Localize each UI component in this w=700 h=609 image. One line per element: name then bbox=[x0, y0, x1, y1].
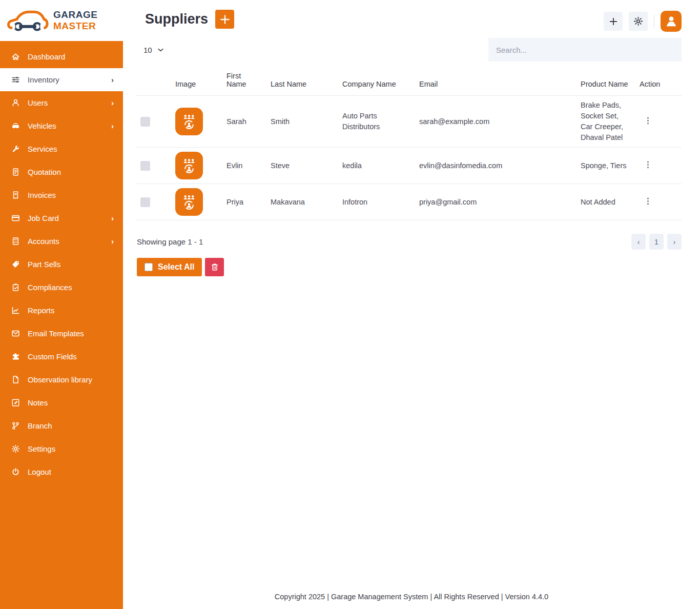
cell-email: evlin@dasinfomedia.com bbox=[415, 148, 577, 184]
sidebar-item-accounts[interactable]: Accounts› bbox=[0, 230, 123, 253]
car-wrench-logo-icon bbox=[6, 7, 49, 34]
sidebar-item-logout[interactable]: Logout bbox=[0, 460, 123, 483]
sidebar-item-custom-fields[interactable]: Custom Fields bbox=[0, 345, 123, 368]
table-footer: Showing page 1 - 1 ‹ 1 › bbox=[137, 234, 682, 250]
cell-first-name: Priya bbox=[222, 184, 266, 220]
suppliers-group-icon bbox=[180, 156, 198, 175]
sidebar-item-invoices[interactable]: Invoices bbox=[0, 184, 123, 207]
sidebar-item-label: Job Card bbox=[28, 214, 111, 222]
power-icon bbox=[11, 468, 20, 476]
brand-name-bottom: MASTER bbox=[53, 21, 97, 32]
plus-icon bbox=[609, 17, 618, 26]
puzzle-icon bbox=[11, 352, 20, 361]
quotation-document-icon bbox=[11, 168, 20, 176]
sidebar-item-compliances[interactable]: Compliances bbox=[0, 276, 123, 299]
row-actions-button[interactable] bbox=[640, 195, 656, 209]
sidebar-item-label: Accounts bbox=[28, 237, 111, 246]
sidebar-item-label: Notes bbox=[28, 398, 114, 407]
sliders-icon bbox=[11, 75, 20, 84]
cell-company-name: Infotron bbox=[338, 184, 415, 220]
row-checkbox[interactable] bbox=[140, 161, 150, 171]
chevron-right-icon: › bbox=[111, 75, 114, 84]
sidebar-item-dashboard[interactable]: Dashboard bbox=[0, 45, 123, 68]
trash-icon bbox=[210, 262, 219, 272]
sidebar-item-label: Compliances bbox=[28, 283, 114, 292]
add-supplier-button[interactable] bbox=[215, 10, 234, 29]
select-column-header bbox=[136, 66, 171, 96]
brand-name: GARAGE MASTER bbox=[53, 9, 97, 32]
page-title: Suppliers bbox=[145, 11, 208, 27]
column-header-action: Action bbox=[635, 66, 682, 96]
settings-button[interactable] bbox=[629, 12, 648, 31]
cell-last-name: Steve bbox=[266, 148, 338, 184]
page-size-select[interactable]: 10 bbox=[143, 46, 164, 54]
table-row: Evlin Steve kedila evlin@dasinfomedia.co… bbox=[136, 148, 682, 184]
sidebar-item-quotation[interactable]: Quotation bbox=[0, 160, 123, 184]
sidebar-item-users[interactable]: Users› bbox=[0, 91, 123, 114]
pagination-next-button[interactable]: › bbox=[667, 234, 682, 250]
select-all-checkbox[interactable] bbox=[145, 263, 153, 271]
pagination-page-1-button[interactable]: 1 bbox=[649, 234, 664, 250]
tag-icon bbox=[11, 260, 20, 269]
sidebar-item-settings[interactable]: Settings bbox=[0, 437, 123, 460]
page-size-value: 10 bbox=[143, 46, 152, 54]
sidebar-item-reports[interactable]: Reports bbox=[0, 299, 123, 322]
chart-line-icon bbox=[11, 306, 20, 315]
table-row: Priya Makavana Infotron priya@gmail.com … bbox=[136, 184, 682, 220]
row-actions-button[interactable] bbox=[640, 158, 656, 173]
pagination-prev-button[interactable]: ‹ bbox=[631, 234, 646, 250]
table-header-row: Image First Name Last Name Company Name … bbox=[136, 66, 682, 96]
sidebar-item-services[interactable]: Services bbox=[0, 137, 123, 160]
brand-name-top: GARAGE bbox=[53, 9, 97, 21]
sidebar-item-vehicles[interactable]: Vehicles› bbox=[0, 114, 123, 137]
select-all-button[interactable]: Select All bbox=[137, 258, 202, 276]
topbar-divider bbox=[654, 15, 654, 28]
suppliers-table-wrap: Image First Name Last Name Company Name … bbox=[136, 66, 682, 220]
branch-icon bbox=[11, 421, 20, 430]
sidebar-item-label: Settings bbox=[28, 444, 114, 453]
row-checkbox[interactable] bbox=[140, 117, 150, 127]
column-header-last-name: Last Name bbox=[266, 66, 338, 96]
card-icon bbox=[11, 214, 20, 222]
suppliers-group-icon bbox=[180, 193, 198, 211]
cell-first-name: Sarah bbox=[222, 96, 266, 148]
bulk-actions: Select All bbox=[137, 258, 682, 276]
column-header-email: Email bbox=[415, 66, 577, 96]
pen-square-icon bbox=[11, 398, 20, 407]
cell-company-name: Auto Parts Distributors bbox=[338, 96, 415, 148]
envelope-icon bbox=[11, 329, 20, 338]
profile-button[interactable] bbox=[661, 11, 682, 32]
vertical-dots-icon bbox=[644, 160, 652, 169]
calculator-icon bbox=[11, 237, 20, 246]
sidebar-item-email-templates[interactable]: Email Templates bbox=[0, 322, 123, 345]
quick-add-button[interactable] bbox=[604, 12, 623, 31]
cell-first-name: Evlin bbox=[222, 148, 266, 184]
sidebar-item-label: Part Sells bbox=[28, 260, 114, 269]
cell-email: sarah@example.com bbox=[415, 96, 577, 148]
sidebar-item-label: Email Templates bbox=[28, 329, 114, 338]
sidebar-item-notes[interactable]: Notes bbox=[0, 391, 123, 414]
sidebar-item-observation-library[interactable]: Observation library bbox=[0, 368, 123, 391]
sidebar-item-inventory[interactable]: Inventory› bbox=[0, 68, 123, 91]
sidebar-item-job-card[interactable]: Job Card› bbox=[0, 207, 123, 230]
sidebar-item-part-sells[interactable]: Part Sells bbox=[0, 253, 123, 276]
row-checkbox[interactable] bbox=[140, 197, 150, 207]
chevron-right-icon: › bbox=[111, 237, 114, 246]
sidebar-item-label: Users bbox=[28, 98, 111, 107]
plus-icon bbox=[219, 14, 231, 25]
brand-logo[interactable]: GARAGE MASTER bbox=[0, 0, 123, 41]
sidebar-item-label: Vehicles bbox=[28, 121, 111, 130]
delete-selected-button[interactable] bbox=[205, 258, 224, 276]
pagination: ‹ 1 › bbox=[631, 234, 682, 250]
cell-product-name: Brake Pads, Socket Set, Car Creeper, Dha… bbox=[577, 96, 635, 148]
chevron-right-icon: › bbox=[111, 121, 114, 130]
search-input[interactable] bbox=[488, 38, 682, 62]
home-icon bbox=[11, 52, 20, 61]
row-actions-button[interactable] bbox=[640, 114, 656, 129]
sidebar-item-branch[interactable]: Branch bbox=[0, 414, 123, 437]
supplier-avatar bbox=[175, 108, 203, 135]
cell-company-name: kedila bbox=[338, 148, 415, 184]
page-header: Suppliers bbox=[123, 0, 700, 32]
person-avatar-icon bbox=[663, 13, 680, 30]
table-row: Sarah Smith Auto Parts Distributors sara… bbox=[136, 96, 682, 148]
